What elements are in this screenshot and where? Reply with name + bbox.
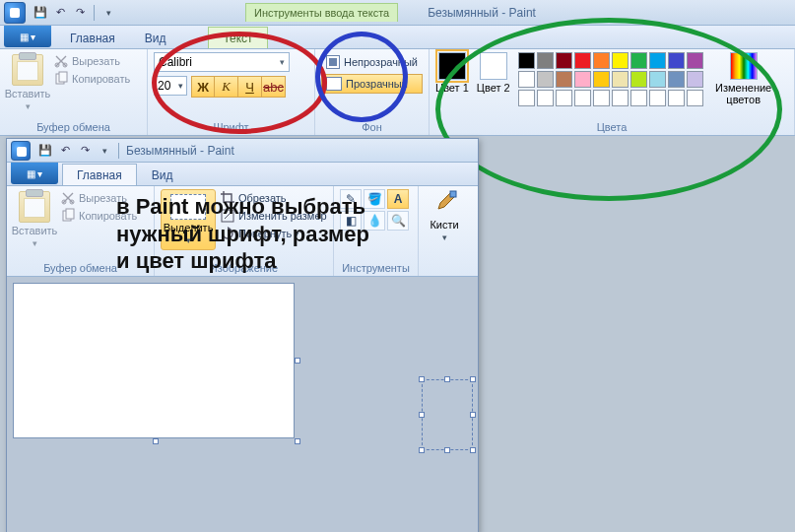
- paste-button[interactable]: Вставить ▾: [13, 189, 56, 248]
- palette-color[interactable]: [593, 52, 610, 69]
- underline-button[interactable]: Ч: [238, 76, 262, 98]
- svg-rect-9: [450, 191, 456, 197]
- palette-color[interactable]: [518, 52, 535, 69]
- zoom-tool[interactable]: 🔍: [387, 211, 409, 231]
- chevron-down-icon: ▾: [33, 238, 37, 248]
- tab-view[interactable]: Вид: [137, 164, 188, 185]
- handle[interactable]: [470, 376, 476, 382]
- undo-icon[interactable]: ↶: [56, 142, 74, 160]
- font-family-combo[interactable]: Calibri ▾: [154, 52, 290, 72]
- tab-text[interactable]: Текст: [208, 27, 267, 48]
- inner-window-title: Безымянный - Paint: [126, 144, 234, 158]
- save-icon[interactable]: 💾: [36, 142, 54, 160]
- handle[interactable]: [419, 447, 425, 453]
- color1-swatch: [438, 52, 466, 80]
- palette-color[interactable]: [649, 52, 666, 69]
- bold-button[interactable]: Ж: [191, 76, 215, 98]
- chevron-down-icon: ▾: [26, 101, 31, 111]
- redo-icon[interactable]: ↷: [71, 4, 89, 22]
- brushes-button[interactable]: Кисти ▾: [425, 189, 464, 242]
- palette-color[interactable]: [574, 71, 591, 88]
- palette-color[interactable]: [687, 71, 703, 88]
- entered-text[interactable]: в Paint можно выбрать нужный шрифт, разм…: [116, 193, 369, 275]
- italic-button[interactable]: К: [215, 76, 238, 98]
- window-title: Безымянный - Paint: [428, 6, 536, 20]
- tab-view[interactable]: Вид: [130, 27, 181, 48]
- opaque-option[interactable]: Непрозрачный: [321, 52, 423, 72]
- text-box-selection[interactable]: [422, 379, 473, 450]
- handle[interactable]: [470, 447, 476, 453]
- font-size-combo[interactable]: 20 ▾: [154, 76, 187, 96]
- cut-button[interactable]: Вырезать: [53, 52, 130, 70]
- font-family-value: Calibri: [159, 55, 192, 69]
- canvas-handle[interactable]: [153, 438, 159, 444]
- handle[interactable]: [419, 376, 425, 382]
- text-line-2: нужный шрифт, размер: [116, 221, 369, 248]
- clipboard-icon: [12, 54, 43, 86]
- copy-button[interactable]: Копировать: [53, 70, 130, 88]
- canvas-handle[interactable]: [295, 438, 300, 444]
- chevron-down-icon: ▾: [442, 233, 447, 242]
- palette-empty-slot[interactable]: [518, 90, 535, 106]
- clipboard-icon: [19, 191, 50, 223]
- qat-customize-icon[interactable]: ▾: [96, 142, 113, 160]
- handle[interactable]: [419, 412, 425, 418]
- palette-color[interactable]: [574, 52, 591, 69]
- palette-color[interactable]: [518, 71, 535, 88]
- brushes-label: Кисти: [430, 219, 458, 231]
- palette-color[interactable]: [593, 71, 610, 88]
- chevron-down-icon: ▾: [280, 57, 285, 67]
- palette-empty-slot[interactable]: [612, 90, 629, 106]
- palette-color[interactable]: [537, 52, 554, 69]
- file-menu-tab[interactable]: ▦ ▾: [11, 163, 58, 184]
- palette-empty-slot[interactable]: [649, 90, 666, 106]
- redo-icon[interactable]: ↷: [76, 142, 94, 160]
- app-menu-button[interactable]: [11, 141, 31, 161]
- palette-color[interactable]: [668, 71, 685, 88]
- scissors-icon: [60, 190, 76, 206]
- contextual-tab-label: Инструменты ввода текста: [245, 3, 398, 22]
- group-brush-label: [425, 260, 466, 276]
- palette-color[interactable]: [556, 52, 572, 69]
- palette-color[interactable]: [556, 71, 572, 88]
- text-tool[interactable]: A: [387, 189, 409, 209]
- color1-slot[interactable]: Цвет 1: [435, 52, 469, 94]
- palette-empty-slot[interactable]: [668, 90, 685, 106]
- inner-title-bar: 💾 ↶ ↷ ▾ Безымянный - Paint: [7, 139, 478, 163]
- color2-slot[interactable]: Цвет 2: [477, 52, 510, 94]
- palette-color[interactable]: [687, 52, 703, 69]
- handle[interactable]: [470, 412, 476, 418]
- undo-icon[interactable]: ↶: [51, 4, 69, 22]
- handle[interactable]: [444, 376, 450, 382]
- qat-customize-icon[interactable]: ▾: [99, 4, 117, 22]
- spectrum-icon: [730, 52, 758, 80]
- color2-label: Цвет 2: [477, 82, 510, 94]
- app-menu-button[interactable]: [4, 2, 26, 24]
- svg-rect-3: [59, 72, 67, 82]
- transparent-option[interactable]: Прозрачный: [321, 74, 423, 94]
- tab-home[interactable]: Главная: [55, 27, 130, 48]
- canvas-handle[interactable]: [295, 358, 300, 364]
- palette-color[interactable]: [668, 52, 685, 69]
- palette-color[interactable]: [649, 71, 666, 88]
- canvas[interactable]: [13, 283, 295, 438]
- paste-button[interactable]: Вставить ▾: [6, 52, 49, 111]
- strike-button[interactable]: abc: [262, 76, 286, 98]
- palette-color[interactable]: [630, 71, 647, 88]
- palette-color[interactable]: [612, 71, 629, 88]
- palette-color[interactable]: [630, 52, 647, 69]
- save-icon[interactable]: 💾: [32, 4, 49, 22]
- edit-colors-button[interactable]: Изменение цветов: [711, 52, 776, 105]
- palette-color[interactable]: [537, 71, 554, 88]
- tab-home[interactable]: Главная: [62, 164, 137, 185]
- palette-empty-slot[interactable]: [556, 90, 572, 106]
- palette-empty-slot[interactable]: [630, 90, 647, 106]
- palette-empty-slot[interactable]: [574, 90, 591, 106]
- palette-empty-slot[interactable]: [687, 90, 703, 106]
- ribbon-tabs: Главная Вид Текст: [0, 26, 795, 49]
- palette-color[interactable]: [612, 52, 629, 69]
- palette-empty-slot[interactable]: [593, 90, 610, 106]
- file-menu-tab[interactable]: ▦ ▾: [4, 26, 51, 47]
- handle[interactable]: [444, 447, 450, 453]
- palette-empty-slot[interactable]: [537, 90, 554, 106]
